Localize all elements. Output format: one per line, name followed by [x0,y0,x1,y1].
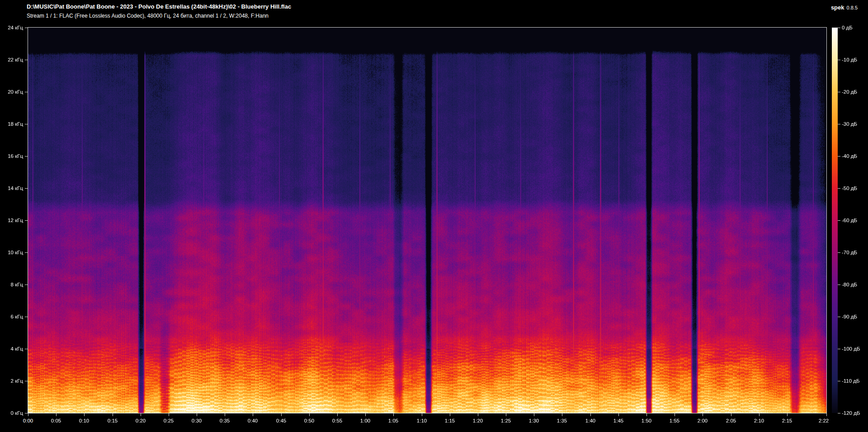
time-axis-label: 0:40 [243,418,263,424]
db-axis-label: -30 дБ [842,121,857,127]
time-axis-label: 1:50 [637,418,656,424]
time-axis-label: 1:55 [665,418,684,424]
time-tick [618,413,619,416]
time-axis-label: 1:25 [496,418,516,424]
time-axis-label: 0:05 [46,418,66,424]
time-tick [56,413,57,416]
frequency-tick [25,413,28,413]
frequency-tick [25,188,28,189]
time-axis-label: 0:10 [74,418,94,424]
time-tick [534,413,534,416]
time-tick [731,413,731,416]
time-axis-label: 0:35 [215,418,235,424]
time-axis-label: 0:25 [159,418,179,424]
db-axis-label: 0 дБ [842,24,853,31]
db-tick [838,60,840,60]
time-axis-label: 1:15 [440,418,460,424]
time-tick [759,413,760,416]
frequency-axis-label: 2 кГц [2,378,23,384]
time-axis-label: 1:45 [609,418,628,424]
frequency-axis-label: 24 кГц [2,24,23,31]
time-tick [365,413,366,416]
time-tick [281,413,282,416]
db-axis-label: -10 дБ [842,57,857,63]
time-tick [197,413,197,416]
time-tick [675,413,675,416]
app-name: spek [831,4,844,11]
colorbar-gradient [832,28,838,413]
time-tick [646,413,647,416]
frequency-axis-label: 16 кГц [2,153,23,159]
db-axis-label: -60 дБ [842,217,857,223]
db-tick [838,124,840,124]
file-path-title: D:\MUSIC\Pat Boone\Pat Boone - 2023 - Po… [27,3,291,10]
frequency-axis-label: 10 кГц [2,249,23,256]
time-axis-label: 1:20 [468,418,488,424]
frequency-axis-label: 0 кГц [2,410,23,416]
db-tick [838,92,840,92]
frequency-axis-label: 12 кГц [2,217,23,223]
db-axis-label: -40 дБ [842,153,857,159]
frequency-axis-label: 4 кГц [2,346,23,352]
app-version: 0.8.5 [847,5,858,10]
time-axis-label: 0:15 [103,418,123,424]
frequency-axis-label: 18 кГц [2,121,23,127]
time-axis-label: 2:10 [749,418,769,424]
time-tick [787,413,788,416]
time-axis-label: 0:00 [18,418,38,424]
time-axis-label: 1:40 [580,418,600,424]
frequency-axis-label: 8 кГц [2,281,23,288]
db-tick [838,285,840,285]
db-axis-label: -110 дБ [842,378,860,384]
frequency-axis-label: 6 кГц [2,313,23,320]
time-axis-label: 1:05 [383,418,403,424]
time-tick [337,413,338,416]
frequency-axis-label: 22 кГц [2,57,23,63]
db-axis-label: -50 дБ [842,185,857,191]
app-brand: spek0.8.5 [831,3,858,11]
time-tick [590,413,591,416]
frequency-tick [25,124,28,124]
frequency-tick [25,252,28,253]
time-tick [703,413,703,416]
time-axis-label: 2:00 [693,418,712,424]
time-axis-label: 1:10 [412,418,432,424]
db-axis-label: -20 дБ [842,89,857,95]
spectrogram-canvas [28,28,826,413]
time-tick [225,413,225,416]
time-tick [309,413,310,416]
db-axis-label: -90 дБ [842,313,857,320]
time-tick [84,413,85,416]
time-axis-label: 2:15 [777,418,797,424]
frequency-tick [25,60,28,60]
db-tick [838,220,840,221]
db-tick [838,317,840,317]
time-axis-label: 2:05 [721,418,741,424]
frequency-axis-label: 14 кГц [2,185,23,191]
time-tick [562,413,562,416]
db-tick [838,413,840,413]
time-tick [393,413,394,416]
time-tick [506,413,506,416]
frequency-tick [25,28,28,28]
frequency-tick [25,381,28,381]
db-tick [838,381,840,381]
stream-info: Stream 1 / 1: FLAC (Free Lossless Audio … [27,13,269,19]
time-axis-label: 1:00 [355,418,375,424]
db-axis-label: -80 дБ [842,281,857,288]
time-axis-label: 1:35 [552,418,572,424]
db-tick [838,28,840,28]
db-axis-label: -120 дБ [842,410,860,416]
time-axis-label: 0:55 [327,418,347,424]
frequency-tick [25,156,28,157]
time-axis-label: 0:30 [187,418,207,424]
time-axis-label: 0:45 [271,418,291,424]
frequency-axis-label: 20 кГц [2,89,23,95]
spek-window: D:\MUSIC\Pat Boone\Pat Boone - 2023 - Po… [0,0,868,432]
time-axis-label: 2:22 [814,418,834,424]
time-axis-label: 0:50 [299,418,319,424]
time-tick [169,413,169,416]
frequency-tick [25,220,28,221]
time-axis-label: 1:30 [524,418,544,424]
time-tick [826,413,827,416]
